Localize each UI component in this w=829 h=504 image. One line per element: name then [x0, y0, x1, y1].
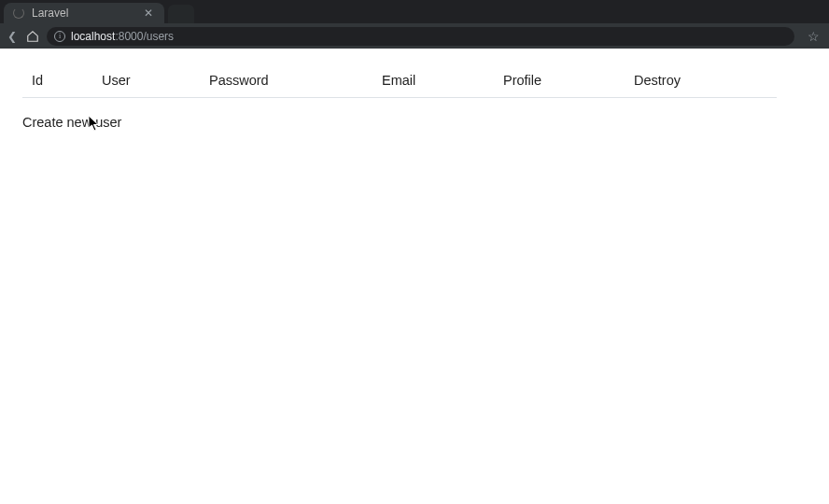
table-header-row: Id User Password Email Profile Destroy [22, 65, 777, 98]
column-header-email: Email [372, 65, 494, 98]
close-icon[interactable]: ✕ [142, 7, 155, 20]
page-content: Id User Password Email Profile Destroy C… [0, 49, 829, 147]
browser-toolbar: ❮ i localhost:8000/users ☆ [0, 23, 829, 49]
back-button[interactable]: ❮ [6, 30, 19, 43]
browser-tab-strip: Laravel ✕ [0, 0, 829, 23]
column-header-destroy: Destroy [625, 65, 777, 98]
column-header-password: Password [200, 65, 372, 98]
address-bar[interactable]: i localhost:8000/users [47, 27, 794, 46]
bookmark-star-icon[interactable]: ☆ [808, 29, 820, 44]
browser-tab[interactable]: Laravel ✕ [4, 3, 164, 23]
loading-spinner-icon [13, 7, 24, 19]
url-path: :8000/users [115, 30, 174, 43]
users-table: Id User Password Email Profile Destroy [22, 65, 777, 98]
new-tab-hint[interactable] [168, 5, 194, 23]
create-new-user-link[interactable]: Create new user [22, 115, 121, 130]
site-info-icon[interactable]: i [54, 31, 65, 42]
url-text: localhost:8000/users [71, 30, 174, 43]
url-host: localhost [71, 30, 115, 43]
home-button[interactable] [26, 30, 39, 43]
column-header-profile: Profile [494, 65, 625, 98]
tab-title: Laravel [32, 7, 142, 20]
column-header-id: Id [22, 65, 92, 98]
column-header-user: User [92, 65, 200, 98]
